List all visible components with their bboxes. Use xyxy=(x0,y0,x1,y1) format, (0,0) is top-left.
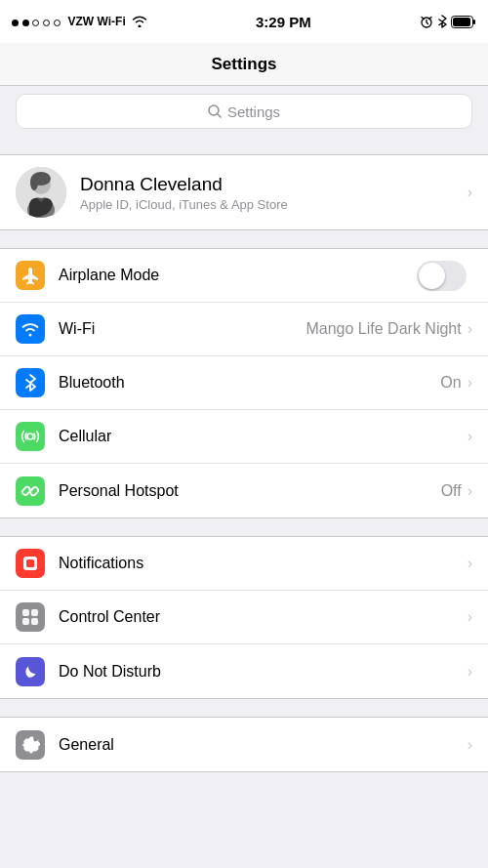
notifications-icon-bg xyxy=(16,549,45,578)
nav-bar: Settings xyxy=(0,43,488,86)
search-placeholder: Settings xyxy=(227,103,280,120)
personal-hotspot-label: Personal Hotspot xyxy=(59,482,441,500)
connectivity-section: Airplane Mode Wi-Fi Mango Life Dark Nigh… xyxy=(0,248,488,518)
gap-1 xyxy=(0,137,488,154)
personal-hotspot-row[interactable]: Personal Hotspot Off › xyxy=(0,464,488,517)
bluetooth-label: Bluetooth xyxy=(59,374,440,392)
control-center-chevron: › xyxy=(468,608,472,626)
airplane-mode-row[interactable]: Airplane Mode xyxy=(0,249,488,303)
search-bar[interactable]: Settings xyxy=(16,94,472,129)
cellular-row[interactable]: Cellular › xyxy=(0,410,488,464)
cellular-chevron: › xyxy=(468,428,472,445)
bluetooth-row[interactable]: Bluetooth On › xyxy=(0,356,488,410)
page-title: Settings xyxy=(211,55,276,74)
bluetooth-row-icon xyxy=(22,373,38,393)
notifications-label: Notifications xyxy=(59,555,468,572)
wifi-row-icon xyxy=(20,319,40,339)
dnd-chevron: › xyxy=(468,663,472,681)
bluetooth-chevron: › xyxy=(468,374,472,392)
status-bar: VZW Wi-Fi 3:29 PM xyxy=(0,0,488,43)
system-section: Notifications › Control Center › Do Not … xyxy=(0,536,488,699)
gap-3 xyxy=(0,518,488,536)
status-time: 3:29 PM xyxy=(256,14,311,30)
profile-name: Donna Cleveland xyxy=(80,174,468,195)
status-left: VZW Wi-Fi xyxy=(12,15,147,29)
profile-section: Donna Cleveland Apple ID, iCloud, iTunes… xyxy=(0,154,488,230)
carrier-label: VZW Wi-Fi xyxy=(68,15,126,28)
svg-rect-14 xyxy=(26,559,34,567)
profile-chevron: › xyxy=(468,184,472,201)
svg-rect-18 xyxy=(31,618,38,625)
notifications-row[interactable]: Notifications › xyxy=(0,537,488,591)
gap-4 xyxy=(0,699,488,717)
moon-icon xyxy=(20,662,40,682)
gap-2 xyxy=(0,230,488,248)
wifi-row[interactable]: Wi-Fi Mango Life Dark Night › xyxy=(0,303,488,356)
profile-subtitle: Apple ID, iCloud, iTunes & App Store xyxy=(80,197,468,212)
hotspot-row-icon xyxy=(20,481,40,501)
profile-row[interactable]: Donna Cleveland Apple ID, iCloud, iTunes… xyxy=(0,155,488,229)
personal-hotspot-chevron: › xyxy=(468,482,472,500)
notifications-row-icon xyxy=(20,554,40,573)
general-chevron: › xyxy=(468,736,472,754)
svg-rect-15 xyxy=(22,609,29,616)
wifi-icon-bg xyxy=(16,314,45,344)
general-row[interactable]: General › xyxy=(0,718,488,771)
bluetooth-icon xyxy=(437,15,447,28)
cellular-row-icon xyxy=(20,427,40,446)
airplane-icon-bg xyxy=(16,261,45,290)
gear-icon xyxy=(20,735,40,755)
cellular-label: Cellular xyxy=(59,428,468,445)
bluetooth-icon-bg xyxy=(16,368,45,397)
bluetooth-value: On xyxy=(440,374,461,392)
signal-dots xyxy=(12,15,61,29)
control-center-icon-bg xyxy=(16,602,45,632)
personal-hotspot-value: Off xyxy=(441,482,462,500)
control-center-row-icon xyxy=(20,607,40,627)
wifi-label: Wi-Fi xyxy=(59,320,305,338)
wifi-chevron: › xyxy=(468,320,472,338)
airplane-mode-label: Airplane Mode xyxy=(59,267,417,284)
control-center-row[interactable]: Control Center › xyxy=(0,591,488,644)
general-section: General › xyxy=(0,717,488,772)
airplane-icon xyxy=(20,266,40,285)
wifi-status-icon xyxy=(132,16,147,27)
svg-point-11 xyxy=(27,434,33,439)
svg-line-5 xyxy=(218,114,221,117)
svg-rect-3 xyxy=(453,18,470,26)
search-icon xyxy=(208,104,222,118)
search-container: Settings xyxy=(0,86,488,137)
svg-rect-16 xyxy=(31,609,38,616)
control-center-label: Control Center xyxy=(59,608,468,626)
avatar xyxy=(16,167,66,218)
airplane-mode-toggle[interactable] xyxy=(417,261,467,291)
do-not-disturb-row[interactable]: Do Not Disturb › xyxy=(0,644,488,698)
alarm-icon xyxy=(420,15,433,28)
general-label: General xyxy=(59,736,468,754)
status-right xyxy=(420,15,476,28)
general-icon-bg xyxy=(16,730,45,760)
svg-rect-17 xyxy=(22,618,29,625)
svg-point-9 xyxy=(30,175,38,190)
svg-rect-2 xyxy=(473,20,475,24)
hotspot-icon-bg xyxy=(16,476,45,506)
dnd-label: Do Not Disturb xyxy=(59,663,468,681)
notifications-chevron: › xyxy=(468,555,472,572)
battery-icon xyxy=(451,16,476,28)
dnd-icon-bg xyxy=(16,657,45,686)
profile-info: Donna Cleveland Apple ID, iCloud, iTunes… xyxy=(80,174,468,212)
wifi-value: Mango Life Dark Night xyxy=(305,320,461,338)
cellular-icon-bg xyxy=(16,422,45,451)
